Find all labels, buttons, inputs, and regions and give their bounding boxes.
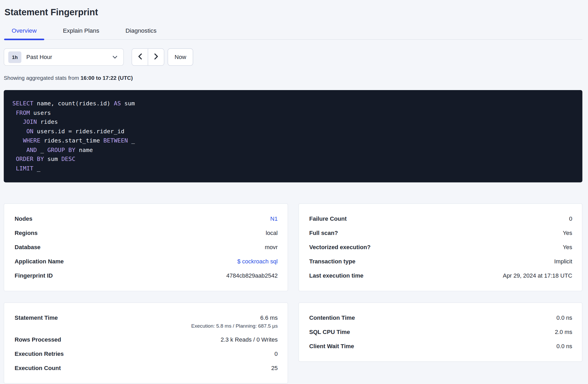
- card-statement-details-right: Failure Count0Full scan?YesVectorized ex…: [298, 203, 582, 291]
- sql-cpu-time-label: SQL CPU Time: [309, 328, 350, 336]
- sql-text: [12, 110, 16, 116]
- rows-processed-value: 2.3 k Reads / 0 Writes: [221, 336, 278, 343]
- application-name-link[interactable]: $ cockroach sql: [237, 258, 278, 265]
- chevron-down-icon: [112, 55, 117, 59]
- full-scan-value: Yes: [563, 229, 572, 237]
- rows-processed-value-wrap: 2.3 k Reads / 0 Writes: [221, 336, 278, 343]
- statement-time-label: Statement Time: [15, 314, 58, 321]
- sql-text: rides: [37, 119, 58, 126]
- sql-text: _: [37, 146, 47, 153]
- sql-line: SELECT name, count(rides.id) AS sum: [12, 99, 575, 108]
- sql-text: [12, 128, 26, 135]
- database-value: movr: [265, 243, 278, 251]
- previous-time-button[interactable]: [132, 49, 148, 65]
- sql-text: users: [30, 110, 51, 116]
- sql-line: ON users.id = rides.rider_id: [12, 127, 575, 136]
- stat-row-contention-time: Contention Time0.0 ns: [309, 311, 572, 325]
- sql-text: [12, 119, 23, 126]
- stat-row-regions: Regionslocal: [15, 226, 278, 240]
- sql-keyword: LIMIT: [16, 165, 33, 172]
- stat-row-application-name: Application Name$ cockroach sql: [15, 254, 278, 268]
- nodes-value-wrap: N1: [270, 215, 278, 222]
- sql-text: _: [128, 137, 135, 144]
- statement-time-value: 6.6 ms: [191, 314, 278, 321]
- stat-row-rows-processed: Rows Processed2.3 k Reads / 0 Writes: [15, 332, 278, 347]
- tab-explain-plans[interactable]: Explain Plans: [55, 27, 107, 40]
- time-range-select[interactable]: 1h Past Hour: [4, 48, 124, 66]
- database-value-wrap: movr: [265, 243, 278, 251]
- vectorized-execution-value-wrap: Yes: [563, 243, 572, 251]
- sql-keyword: FROM: [16, 110, 30, 116]
- last-execution-time-value: Apr 29, 2024 at 17:18 UTC: [503, 272, 572, 279]
- stat-row-nodes: NodesN1: [15, 211, 278, 226]
- database-label: Database: [15, 243, 41, 251]
- fingerprint-id-value: 4784cb829aab2542: [226, 272, 278, 279]
- contention-time-label: Contention Time: [309, 314, 355, 321]
- stat-row-execution-count: Execution Count25: [15, 361, 278, 375]
- statement-time-sub: Execution: 5.8 ms / Planning: 687.5 µs: [191, 323, 278, 329]
- card-timing-left: Statement Time6.6 msExecution: 5.8 ms / …: [4, 302, 288, 383]
- transaction-type-value-wrap: Implicit: [554, 258, 572, 265]
- contention-time-value: 0.0 ns: [556, 314, 572, 321]
- sql-text: [12, 146, 26, 153]
- transaction-type-label: Transaction type: [309, 258, 356, 265]
- sql-line: FROM users: [12, 108, 575, 117]
- tab-diagnostics[interactable]: Diagnostics: [118, 27, 164, 40]
- sql-statement: SELECT name, count(rides.id) AS sum FROM…: [12, 99, 575, 173]
- viewport: Statement Fingerprint OverviewExplain Pl…: [0, 0, 588, 384]
- next-time-button[interactable]: [148, 49, 164, 65]
- sql-keyword: AS: [114, 100, 121, 107]
- regions-value: local: [266, 229, 278, 237]
- sql-keyword: DESC: [61, 156, 75, 163]
- sql-keyword: ORDER BY: [16, 156, 44, 163]
- stat-row-sql-cpu-time: SQL CPU Time2.0 ms: [309, 325, 572, 339]
- transaction-type-value: Implicit: [554, 258, 572, 265]
- sql-text: name: [75, 146, 93, 153]
- stats-cards: NodesN1RegionslocalDatabasemovrApplicati…: [4, 203, 582, 383]
- sql-text: [12, 137, 23, 144]
- regions-label: Regions: [15, 229, 38, 237]
- sql-text: rides.start_time: [40, 137, 103, 144]
- execution-count-value: 25: [271, 364, 278, 372]
- nodes-label: Nodes: [15, 215, 32, 222]
- sql-keyword: BETWEEN: [103, 137, 128, 144]
- page-title: Statement Fingerprint: [4, 0, 582, 18]
- failure-count-value: 0: [569, 215, 572, 222]
- sql-text: [12, 165, 16, 172]
- sql-keyword: WHERE: [23, 137, 40, 144]
- sql-keyword: JOIN: [23, 119, 37, 126]
- execution-retries-label: Execution Retries: [15, 350, 64, 357]
- failure-count-value-wrap: 0: [569, 215, 572, 222]
- time-pager: [132, 48, 164, 66]
- regions-value-wrap: local: [266, 229, 278, 237]
- time-controls: 1h Past Hour Now: [4, 48, 582, 66]
- sql-cpu-time-value-wrap: 2.0 ms: [555, 328, 572, 336]
- sql-cpu-time-value: 2.0 ms: [555, 328, 572, 336]
- client-wait-time-value: 0.0 ns: [556, 342, 572, 350]
- nodes-link[interactable]: N1: [270, 215, 278, 222]
- sql-text: sum: [44, 156, 61, 163]
- rows-processed-label: Rows Processed: [15, 336, 61, 343]
- stat-row-fingerprint-id: Fingerprint ID4784cb829aab2542: [15, 269, 278, 283]
- stat-row-vectorized-execution: Vectorized execution?Yes: [309, 240, 572, 254]
- last-execution-time-value-wrap: Apr 29, 2024 at 17:18 UTC: [503, 272, 572, 279]
- sql-text: [12, 156, 16, 163]
- vectorized-execution-label: Vectorized execution?: [309, 243, 371, 251]
- summary-prefix: Showing aggregated stats from: [4, 75, 79, 81]
- sql-statement-box: SELECT name, count(rides.id) AS sum FROM…: [4, 90, 582, 182]
- tab-overview[interactable]: Overview: [4, 27, 44, 40]
- sql-text: sum: [121, 100, 135, 107]
- sql-text: name, count(rides.id): [33, 100, 114, 107]
- fingerprint-id-value-wrap: 4784cb829aab2542: [226, 272, 278, 279]
- last-execution-time-label: Last execution time: [309, 272, 363, 279]
- sql-line: LIMIT _: [12, 164, 575, 173]
- now-button[interactable]: Now: [168, 48, 193, 66]
- sql-keyword: SELECT: [12, 100, 33, 107]
- stat-row-last-execution-time: Last execution timeApr 29, 2024 at 17:18…: [309, 269, 572, 283]
- contention-time-value-wrap: 0.0 ns: [556, 314, 572, 321]
- execution-retries-value: 0: [275, 350, 278, 357]
- client-wait-time-label: Client Wait Time: [309, 342, 354, 350]
- sql-keyword: ON: [26, 128, 33, 135]
- time-range-label: Past Hour: [26, 54, 52, 61]
- fingerprint-id-label: Fingerprint ID: [15, 272, 53, 279]
